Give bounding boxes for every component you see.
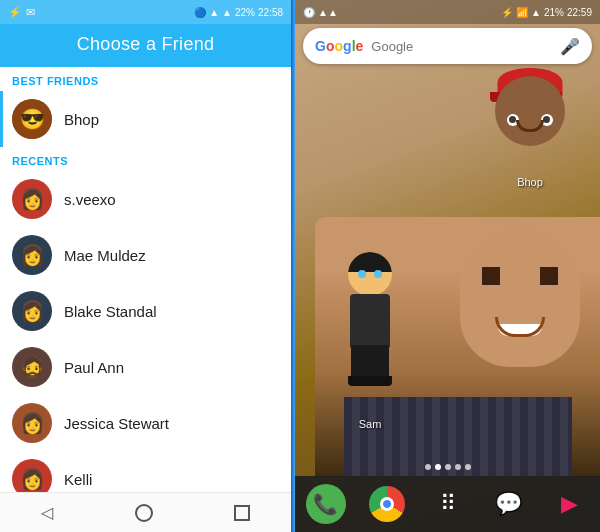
friend-item-blake[interactable]: 👩 Blake Standal — [0, 283, 291, 339]
sam-eye-left — [358, 270, 366, 278]
sam-head — [348, 252, 392, 296]
chrome-app-icon[interactable] — [367, 484, 407, 524]
friend-item-paul[interactable]: 🧔 Paul Ann — [0, 339, 291, 395]
status-icons-left: ⚡ ✉ — [8, 6, 35, 19]
friend-list[interactable]: BEST FRIENDS 😎 Bhop RECENTS 👩 s.veexo 👩 … — [0, 67, 291, 492]
signal-icon: ▲ — [209, 7, 219, 18]
bhop-head — [495, 76, 565, 146]
time-right: 22:59 — [567, 7, 592, 18]
back-button[interactable]: ◁ — [41, 503, 53, 522]
google-input[interactable] — [371, 34, 556, 58]
friend-name-bhop: Bhop — [64, 111, 99, 128]
sam-body — [335, 252, 405, 382]
home-button[interactable] — [135, 504, 153, 522]
bottom-nav-right: 📞 ⠿ 💬 ▶ — [295, 476, 600, 532]
sam-legs — [351, 345, 389, 380]
clock-icon: 🕐 — [303, 7, 315, 18]
google-logo: Google — [315, 38, 363, 54]
sam-hair — [348, 252, 392, 272]
dot-2 — [435, 464, 441, 470]
dot-3 — [445, 464, 451, 470]
friend-item-jessica[interactable]: 👩 Jessica Stewart — [0, 395, 291, 451]
bhop-label: Bhop — [480, 176, 580, 188]
signal-right: ▲▲ — [318, 7, 338, 18]
friend-name-kelli: Kelli — [64, 471, 92, 488]
avatar-sveexo: 👩 — [12, 179, 52, 219]
bluetooth-right-icon: ⚡ — [501, 7, 513, 18]
sam-label: Sam — [325, 418, 415, 430]
bluetooth-status-icon: 🔵 — [194, 7, 206, 18]
friend-name-jessica: Jessica Stewart — [64, 415, 169, 432]
status-bar-left: ⚡ ✉ 🔵 ▲ ▲ 22% 22:58 — [0, 0, 291, 24]
header-title: Choose a Friend — [77, 34, 215, 54]
bitmoji-bhop: Bhop — [480, 60, 580, 170]
status-right-icons: 🔵 ▲ ▲ 22% 22:58 — [194, 7, 283, 18]
friend-name-mae: Mae Muldez — [64, 247, 146, 264]
avatar-kelli: 👩 — [12, 459, 52, 492]
signal-right-icon: 📶 — [516, 7, 528, 18]
notification-icon: ✉ — [26, 6, 35, 19]
status-left-icons: 🕐 ▲▲ — [303, 7, 338, 18]
active-indicator — [0, 91, 3, 147]
dot-1 — [425, 464, 431, 470]
sam-shoes — [348, 376, 392, 386]
left-panel: ⚡ ✉ 🔵 ▲ ▲ 22% 22:58 Choose a Friend BEST… — [0, 0, 291, 532]
battery-text: 22% — [235, 7, 255, 18]
right-panel: 🕐 ▲▲ ⚡ 📶 ▲ 21% 22:59 Google 🎤 — [295, 0, 600, 532]
avatar-blake: 👩 — [12, 291, 52, 331]
recent-apps-button[interactable] — [234, 505, 250, 521]
bhop-head-container — [490, 60, 570, 150]
wifi-right-icon: ▲ — [531, 7, 541, 18]
dot-5 — [465, 464, 471, 470]
avatar-jessica: 👩 — [12, 403, 52, 443]
wifi-icon: ▲ — [222, 7, 232, 18]
time-left: 22:58 — [258, 7, 283, 18]
chrome-inner — [380, 497, 394, 511]
recents-label: RECENTS — [0, 147, 291, 171]
avatar-paul: 🧔 — [12, 347, 52, 387]
woman-face — [460, 227, 580, 367]
best-friends-label: BEST FRIENDS — [0, 67, 291, 91]
friend-name-paul: Paul Ann — [64, 359, 124, 376]
microphone-icon[interactable]: 🎤 — [560, 37, 580, 56]
phone-app-icon[interactable]: 📞 — [306, 484, 346, 524]
friend-item-sveexo[interactable]: 👩 s.veexo — [0, 171, 291, 227]
battery-right: 21% — [544, 7, 564, 18]
dot-4 — [455, 464, 461, 470]
friend-item-mae[interactable]: 👩 Mae Muldez — [0, 227, 291, 283]
play-store-icon[interactable]: ▶ — [549, 484, 589, 524]
page-dots — [425, 464, 471, 470]
apps-grid-icon[interactable]: ⠿ — [428, 484, 468, 524]
friend-item-bhop[interactable]: 😎 Bhop — [0, 91, 291, 147]
bhop-smile — [516, 120, 544, 132]
friend-item-kelli[interactable]: 👩 Kelli — [0, 451, 291, 492]
google-search-bar[interactable]: Google 🎤 — [303, 28, 592, 64]
bluetooth-icon: ⚡ — [8, 6, 22, 19]
sam-eye-right — [374, 270, 382, 278]
friend-name-sveexo: s.veexo — [64, 191, 116, 208]
friend-name-blake: Blake Standal — [64, 303, 157, 320]
avatar-bhop: 😎 — [12, 99, 52, 139]
messages-app-icon[interactable]: 💬 — [488, 484, 528, 524]
chrome-circle — [369, 486, 405, 522]
status-right-group: ⚡ 📶 ▲ 21% 22:59 — [501, 7, 592, 18]
nav-bar-left: ◁ — [0, 492, 291, 532]
avatar-mae: 👩 — [12, 235, 52, 275]
status-bar-right: 🕐 ▲▲ ⚡ 📶 ▲ 21% 22:59 — [295, 0, 600, 24]
sam-torso — [350, 294, 390, 349]
bitmoji-sam: Sam — [325, 252, 415, 412]
choose-friend-header: Choose a Friend — [0, 24, 291, 67]
